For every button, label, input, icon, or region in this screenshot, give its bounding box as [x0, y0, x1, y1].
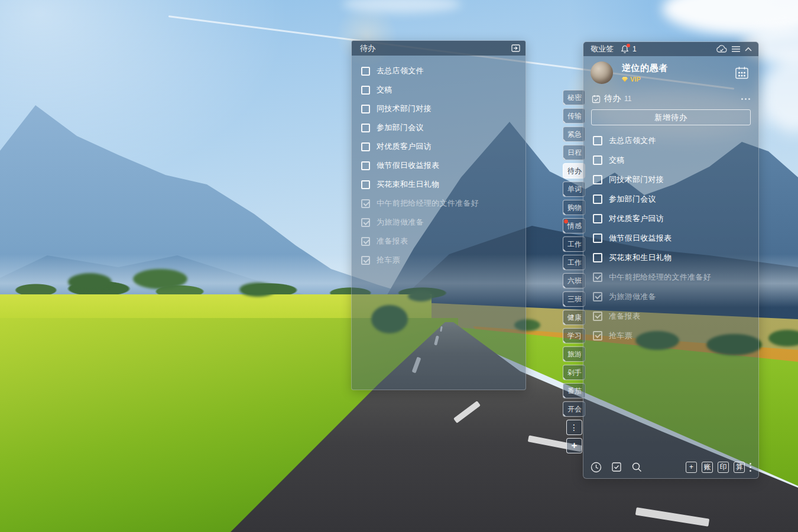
task-row[interactable]: 为旅游做准备	[361, 213, 516, 232]
task-checkbox[interactable]	[361, 256, 370, 265]
task-checkbox[interactable]	[593, 233, 602, 243]
task-checkbox[interactable]	[361, 124, 370, 132]
task-row[interactable]: 交稿	[593, 150, 749, 170]
task-checkbox[interactable]	[593, 331, 602, 340]
footer-shortcut-button[interactable]: 印	[718, 462, 729, 473]
task-row[interactable]: 对优质客户回访	[593, 209, 749, 228]
category-tab[interactable]: 情感	[563, 218, 585, 233]
cloud-sync-icon[interactable]	[716, 45, 728, 53]
add-todo-button[interactable]: 新增待办	[591, 109, 751, 125]
task-checkbox[interactable]	[361, 161, 370, 170]
task-checkbox[interactable]	[593, 214, 602, 223]
main-task-list: 去总店领文件 交稿 同技术部门对接 参加部门会议 对优质客户回访	[583, 125, 758, 351]
category-tab[interactable]: 剁手	[563, 365, 585, 380]
notification-dot	[627, 44, 630, 47]
task-checkbox[interactable]	[593, 273, 602, 282]
bell-icon[interactable]	[621, 45, 629, 54]
task-checkbox[interactable]	[593, 194, 602, 204]
task-row[interactable]: 同技术部门对接	[361, 99, 516, 118]
task-row[interactable]: 中午前把给经理的文件准备好	[593, 267, 749, 287]
task-row[interactable]: 交稿	[361, 80, 516, 99]
task-text: 对优质客户回访	[609, 213, 664, 224]
user-profile-row: 逆位的愚者 VIP	[583, 56, 758, 87]
category-tab[interactable]: 秘密	[563, 90, 585, 105]
task-checkbox[interactable]	[593, 155, 602, 165]
task-text: 抢车票	[377, 255, 400, 265]
section-more-icon[interactable]	[741, 98, 750, 100]
dock-window-icon[interactable]	[511, 43, 521, 53]
task-checkbox[interactable]	[593, 175, 602, 184]
category-tab-label: 购物	[567, 203, 582, 213]
category-tab[interactable]: 日程	[563, 145, 585, 160]
category-tab[interactable]: 六班	[563, 273, 585, 288]
task-checkbox[interactable]	[361, 199, 370, 208]
category-tab[interactable]: ⋮	[566, 420, 582, 435]
task-checkbox[interactable]	[361, 105, 370, 113]
task-checkbox[interactable]	[593, 136, 602, 145]
task-row[interactable]: 同技术部门对接	[593, 170, 749, 189]
task-row[interactable]: 去总店领文件	[593, 131, 749, 150]
task-checkbox[interactable]	[361, 67, 370, 76]
category-tab[interactable]: 单词	[563, 181, 585, 197]
category-tab[interactable]: 工作	[563, 236, 585, 252]
category-tab[interactable]: 传输	[563, 108, 585, 124]
task-checkbox[interactable]	[593, 253, 602, 262]
search-icon[interactable]	[631, 462, 643, 473]
category-tab[interactable]: 购物	[563, 200, 585, 215]
task-row[interactable]: 中午前把给经理的文件准备好	[361, 194, 516, 213]
category-tab[interactable]: +	[566, 438, 582, 453]
category-tab[interactable]: 健康	[563, 310, 585, 325]
time-reminder-icon[interactable]	[591, 462, 602, 473]
task-row[interactable]: 去总店领文件	[361, 61, 516, 80]
footer-shortcut-button[interactable]: 算	[734, 462, 745, 473]
task-checkbox[interactable]	[593, 312, 602, 321]
task-row[interactable]: 买花束和生日礼物	[593, 248, 749, 267]
category-tab-label: 日程	[567, 148, 582, 158]
task-checkbox[interactable]	[361, 86, 370, 95]
chevron-up-icon[interactable]	[744, 47, 752, 52]
todo-widget-task-list: 去总店领文件 交稿 同技术部门对接 参加部门会议 对优质客户回访	[352, 56, 525, 275]
task-text: 买花束和生日礼物	[609, 252, 672, 263]
task-row[interactable]: 对优质客户回访	[361, 137, 516, 156]
category-tab[interactable]: 紧急	[563, 126, 585, 142]
menu-icon[interactable]	[731, 46, 741, 53]
task-checkbox[interactable]	[361, 218, 370, 227]
section-count: 11	[624, 95, 631, 103]
footer-shortcut-button[interactable]: 账	[702, 462, 713, 473]
main-titlebar[interactable]: 敬业签 1	[583, 42, 758, 56]
task-row[interactable]: 为旅游做准备	[593, 287, 749, 306]
tree	[133, 269, 187, 289]
category-tab[interactable]: 工作	[563, 255, 585, 270]
task-text: 中午前把给经理的文件准备好	[377, 198, 479, 209]
footer-shortcut-group: + 账 印 算	[681, 462, 745, 473]
category-tab[interactable]: 学习	[563, 328, 585, 343]
task-row[interactable]: 参加部门会议	[593, 189, 749, 209]
task-row[interactable]: 做节假日收益报表	[361, 156, 516, 175]
avatar[interactable]	[591, 61, 613, 84]
category-tab[interactable]: 开会	[563, 401, 585, 417]
task-text: 同技术部门对接	[609, 174, 664, 185]
task-text: 做节假日收益报表	[377, 160, 439, 171]
task-row[interactable]: 抢车票	[593, 326, 749, 345]
todo-list-icon[interactable]	[611, 462, 622, 472]
notification-count: 1	[632, 45, 637, 53]
task-checkbox[interactable]	[593, 292, 602, 301]
task-checkbox[interactable]	[361, 180, 370, 189]
task-row[interactable]: 参加部门会议	[361, 118, 516, 137]
task-row[interactable]: 买花束和生日礼物	[361, 175, 516, 194]
task-row[interactable]: 准备报表	[361, 232, 516, 251]
category-tab[interactable]: 旅游	[563, 346, 585, 362]
todo-widget-titlebar[interactable]: 待办	[352, 41, 525, 56]
vip-gem-icon	[622, 77, 628, 82]
task-checkbox[interactable]	[361, 142, 370, 151]
task-row[interactable]: 做节假日收益报表	[593, 228, 749, 248]
footer-shortcut-button[interactable]: +	[686, 462, 697, 473]
task-row[interactable]: 抢车票	[361, 251, 516, 270]
calendar-icon[interactable]	[735, 66, 749, 79]
category-tab[interactable]: 三班	[563, 291, 585, 307]
category-tab[interactable]: 待办	[563, 163, 585, 179]
category-tab[interactable]: 番茄	[563, 383, 585, 398]
task-checkbox[interactable]	[361, 237, 370, 246]
footer-more-icon[interactable]	[750, 463, 751, 472]
task-row[interactable]: 准备报表	[593, 306, 749, 326]
